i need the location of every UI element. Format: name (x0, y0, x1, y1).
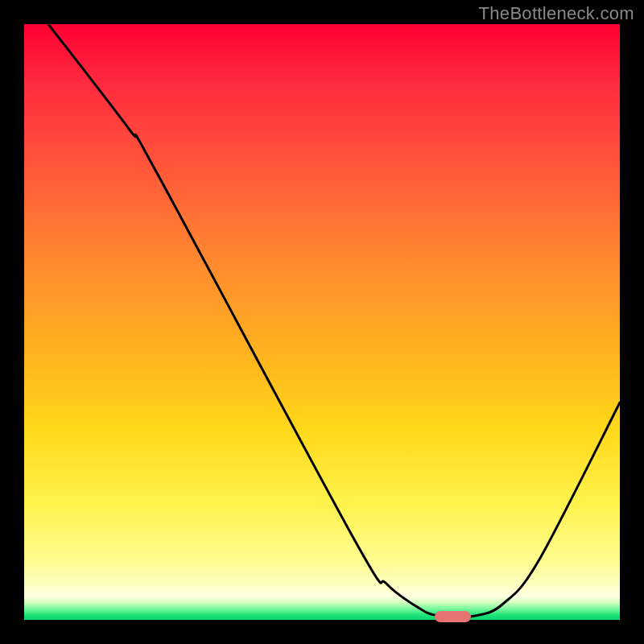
chart-background-gradient (24, 24, 620, 620)
watermark-text: TheBottleneck.com (479, 3, 634, 24)
chart-marker (435, 611, 471, 622)
chart-plot-area (24, 24, 620, 620)
